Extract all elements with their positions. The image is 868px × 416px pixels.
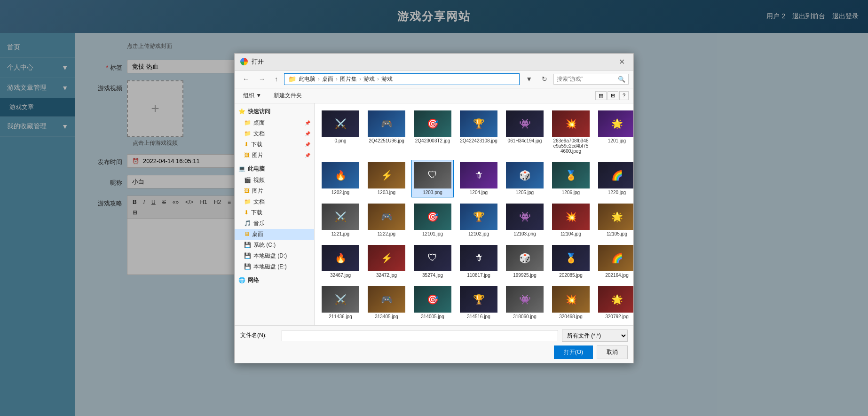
- new-folder-button[interactable]: 新建文件夹: [270, 90, 306, 101]
- file-item[interactable]: 👾12103.png: [504, 201, 546, 239]
- file-item[interactable]: 🎯2Q423003T2.jpg: [411, 108, 454, 156]
- file-item[interactable]: 💥263e9a708fb348e9a59e2cd4bf754600.jpeg: [550, 108, 592, 156]
- file-item[interactable]: 🏅202085.jpg: [550, 243, 592, 280]
- file-item[interactable]: 🗡110817.jpg: [458, 243, 500, 280]
- file-item[interactable]: 🏅1206.jpg: [550, 160, 592, 197]
- folder-icon: 📁: [244, 119, 251, 126]
- star-icon: ⭐: [238, 108, 245, 115]
- this-pc-header: 💻 此电脑: [235, 163, 314, 175]
- tree-item-downloads-quick[interactable]: ⬇ 下载 📌: [235, 139, 314, 150]
- file-item[interactable]: 🗡1204.jpg: [458, 160, 500, 197]
- open-button[interactable]: 打开(O): [554, 345, 593, 359]
- folder-icon: ⬇: [244, 209, 249, 216]
- folder-icon: 📁: [288, 75, 296, 83]
- file-item[interactable]: 🏆2Q422423108.jpg: [458, 108, 500, 156]
- file-item[interactable]: 🎯12101.jpg: [411, 201, 454, 239]
- file-item[interactable]: 🌟320792.jpg: [596, 284, 633, 322]
- file-item[interactable]: 💥12104.jpg: [550, 201, 592, 239]
- folder-icon: 🖼: [244, 152, 250, 158]
- file-item[interactable]: 🏆314516.jpg: [458, 284, 500, 322]
- cancel-button[interactable]: 取消: [597, 345, 628, 359]
- breadcrumb-item-gallery[interactable]: 图片集: [340, 75, 357, 83]
- tree-item-drive-e[interactable]: 💾 本地磁盘 (E:): [235, 261, 314, 272]
- file-item[interactable]: 🔥32467.jpg: [319, 243, 362, 280]
- nav-back-button[interactable]: ←: [239, 74, 253, 84]
- filetype-select[interactable]: 所有文件 (*.*): [562, 330, 628, 342]
- file-dialog-overlay: 打开 ✕ ← → ↑ 📁 此电脑 › 桌面 › 图片集 › 游戏 › 游戏 ▼ …: [0, 0, 868, 416]
- this-pc-section: 💻 此电脑 🎬 视频 🖼 图片 📁 文档: [235, 163, 314, 272]
- tree-item-pictures-pc[interactable]: 🖼 图片: [235, 186, 314, 196]
- file-item[interactable]: 🎲1205.jpg: [504, 160, 546, 197]
- file-item[interactable]: 💥320468.jpg: [550, 284, 592, 322]
- tree-item-downloads-pc[interactable]: ⬇ 下载: [235, 207, 314, 218]
- file-item[interactable]: ⚡1203.jpg: [365, 160, 408, 197]
- network-icon: 🌐: [238, 277, 245, 283]
- file-item[interactable]: 🌈202164.jpg: [596, 243, 633, 280]
- file-item[interactable]: 👾061H34c194.jpg: [504, 108, 546, 156]
- tree-item-pictures-quick[interactable]: 🖼 图片 📌: [235, 150, 314, 161]
- file-item[interactable]: ⚡32472.jpg: [365, 243, 408, 280]
- file-item[interactable]: 🌟12105.jpg: [596, 201, 633, 239]
- file-item[interactable]: 🛡35274.jpg: [411, 243, 454, 280]
- dialog-close-button[interactable]: ✕: [616, 56, 628, 67]
- folder-icon: 🎵: [244, 220, 251, 227]
- folder-icon: ⬇: [244, 141, 249, 148]
- file-item[interactable]: ⚔️1221.jpg: [319, 201, 362, 239]
- file-item[interactable]: 🎮2Q42251U96.jpg: [365, 108, 408, 156]
- folder-icon: 🎬: [244, 177, 251, 183]
- file-item[interactable]: 🏆12102.jpg: [458, 201, 500, 239]
- folder-icon: 🖥: [244, 231, 250, 237]
- breadcrumb-item-pc[interactable]: 此电脑: [299, 75, 316, 83]
- chrome-icon: [240, 58, 248, 65]
- search-icon[interactable]: 🔍: [618, 76, 625, 83]
- file-item[interactable]: 🎲199925.jpg: [504, 243, 546, 280]
- file-dialog: 打开 ✕ ← → ↑ 📁 此电脑 › 桌面 › 图片集 › 游戏 › 游戏 ▼ …: [234, 53, 634, 363]
- file-grid: ⚔️0.png🎮2Q42251U96.jpg🎯2Q423003T2.jpg🏆2Q…: [315, 103, 633, 325]
- tree-item-documents[interactable]: 📁 文档: [235, 196, 314, 207]
- tree-item-docs-quick[interactable]: 📁 文档 📌: [235, 128, 314, 139]
- file-item[interactable]: 🌟1201.jpg: [596, 108, 633, 156]
- nav-forward-button[interactable]: →: [255, 74, 268, 84]
- tree-item-videos[interactable]: 🎬 视频: [235, 175, 314, 186]
- breadcrumb-dropdown-button[interactable]: ▼: [522, 74, 536, 84]
- pin-icon: 📌: [305, 153, 310, 158]
- dialog-sidebar: ⭐ 快速访问 📁 桌面 📌 📁 文档 📌 ⬇: [235, 103, 315, 325]
- pin-icon: 📌: [305, 142, 310, 147]
- dialog-bottom: 文件名(N): 所有文件 (*.*) 打开(O) 取消: [235, 325, 633, 363]
- dialog-title: 打开: [252, 57, 264, 66]
- file-item[interactable]: 🎮313405.jpg: [365, 284, 408, 322]
- tree-item-desktop-quick[interactable]: 📁 桌面 📌: [235, 118, 314, 128]
- view-details-button[interactable]: ▤: [595, 91, 607, 100]
- tree-item-drive-c[interactable]: 💾 系统 (C:): [235, 240, 314, 251]
- pin-icon: 📌: [305, 131, 310, 136]
- file-item[interactable]: 🎮1222.jpg: [365, 201, 408, 239]
- organize-button[interactable]: 组织 ▼: [239, 90, 265, 101]
- breadcrumb-item-game2[interactable]: 游戏: [381, 75, 393, 83]
- tree-item-music[interactable]: 🎵 音乐: [235, 218, 314, 229]
- tree-item-drive-d[interactable]: 💾 本地磁盘 (D:): [235, 251, 314, 261]
- dialog-titlebar: 打开 ✕: [235, 54, 633, 71]
- file-item[interactable]: 🔥1202.jpg: [319, 160, 362, 197]
- search-input[interactable]: [557, 76, 618, 82]
- file-item[interactable]: 👾318060.jpg: [504, 284, 546, 322]
- dialog-buttons: 打开(O) 取消: [240, 345, 628, 359]
- file-item[interactable]: ⚔️211436.jpg: [319, 284, 362, 322]
- file-item[interactable]: 🛡1203.png: [411, 160, 454, 197]
- file-item[interactable]: ⚔️0.png: [319, 108, 362, 156]
- folder-icon: 📁: [244, 198, 251, 205]
- breadcrumb-item-game[interactable]: 游戏: [363, 75, 375, 83]
- refresh-button[interactable]: ↻: [538, 74, 551, 84]
- breadcrumb-item-desktop[interactable]: 桌面: [322, 75, 333, 83]
- nav-up-button[interactable]: ↑: [271, 74, 281, 84]
- view-buttons: ▤ ⊞ ?: [595, 91, 629, 100]
- tree-item-desktop-pc[interactable]: 🖥 桌面: [235, 229, 314, 240]
- view-tiles-button[interactable]: ⊞: [608, 91, 618, 100]
- filename-label: 文件名(N):: [240, 331, 278, 339]
- file-item[interactable]: 🌈1220.jpg: [596, 160, 633, 197]
- view-help-button[interactable]: ?: [619, 91, 629, 100]
- folder-icon: 🖼: [244, 188, 250, 194]
- drive-icon: 💾: [244, 252, 251, 259]
- search-box: 🔍: [553, 74, 629, 85]
- file-item[interactable]: 🎯314005.jpg: [411, 284, 454, 322]
- filename-input[interactable]: [282, 330, 558, 341]
